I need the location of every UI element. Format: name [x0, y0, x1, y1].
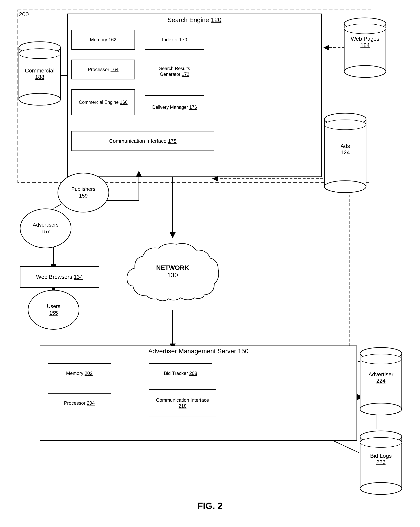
svg-point-44: [360, 354, 402, 364]
search-results-172-box: Search Results Generator 172: [145, 55, 204, 87]
svg-point-43: [360, 403, 402, 415]
diagram-label-200: 200: [19, 11, 29, 18]
svg-point-48: [360, 438, 402, 447]
commercial-engine-166-box: Commercial Engine 166: [71, 89, 135, 115]
svg-marker-9: [212, 176, 218, 182]
svg-marker-14: [136, 171, 142, 177]
memory-162-box: Memory 162: [71, 30, 135, 50]
publishers-oval: Publishers 159: [58, 173, 109, 212]
svg-point-36: [344, 24, 386, 34]
search-engine-title: Search Engine 120: [67, 14, 321, 26]
processor-164-box: Processor 164: [71, 60, 135, 79]
ads-db: Ads 124: [323, 111, 367, 195]
svg-point-39: [324, 181, 366, 193]
commercial-db: Commercial 188: [18, 40, 62, 107]
comm-interface-178-box: Communication Interface 178: [71, 131, 214, 151]
svg-point-31: [19, 93, 61, 105]
advertisers-oval: Advertisers 157: [20, 209, 71, 248]
memory-202-box: Memory 202: [48, 363, 111, 383]
comm-interface-218-box: Communication Interface 218: [149, 389, 216, 417]
adv-mgmt-server-title: Advertiser Management Server 150: [40, 348, 357, 355]
svg-point-40: [324, 120, 366, 130]
svg-point-47: [360, 483, 402, 494]
web-browsers-box: Web Browsers 134: [20, 266, 99, 288]
figure-label: FIG. 2: [0, 500, 420, 511]
bid-tracker-208-box: Bid Tracker 208: [149, 363, 212, 383]
svg-point-32: [19, 49, 61, 59]
svg-point-35: [344, 66, 386, 77]
diagram: 200 Search Engine 120 Memory 162 Indexer…: [0, 0, 420, 527]
users-oval: Users 155: [28, 290, 79, 330]
svg-marker-4: [170, 232, 176, 238]
network-cloud: NETWORK 130: [123, 238, 222, 310]
processor-204-box: Processor 204: [48, 393, 111, 413]
delivery-manager-176-box: Delivery Manager 176: [145, 95, 204, 119]
bid-logs-db: Bid Logs 226: [359, 429, 403, 496]
indexer-170-box: Indexer 170: [145, 30, 204, 50]
advertiser-db: Advertiser 224: [359, 346, 403, 417]
web-pages-db: Web Pages 184: [343, 16, 387, 79]
svg-marker-6: [323, 45, 329, 51]
